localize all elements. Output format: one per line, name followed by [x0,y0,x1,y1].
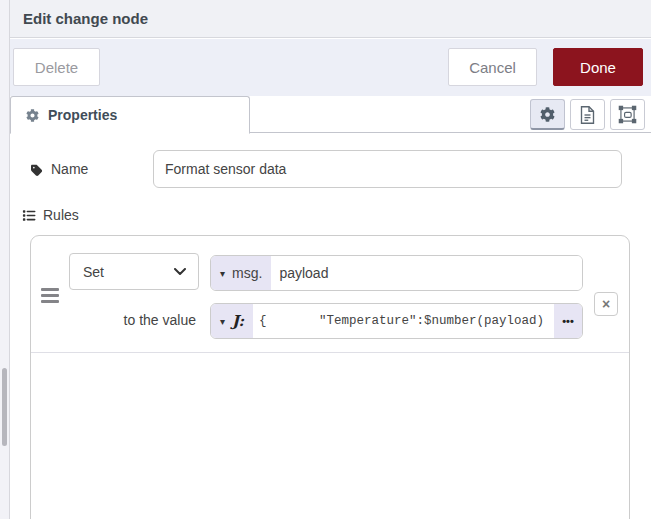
properties-form: Name Rules Set ▾ [10,134,651,519]
tab-properties-label: Properties [48,107,117,123]
editor-tabbar: Properties [10,96,651,133]
rule-divider [31,352,629,353]
appearance-icon-button[interactable] [610,99,645,130]
delete-button[interactable]: Delete [13,48,100,86]
edit-change-node-dialog: Edit change node Delete Cancel Done Prop… [0,0,651,519]
expression-input[interactable] [253,304,554,338]
rule-action-value: Set [83,264,104,280]
expand-editor-button[interactable]: ••• [554,304,582,338]
tab-properties[interactable]: Properties [10,96,250,134]
drag-handle-icon[interactable] [41,288,59,306]
caret-down-icon: ▾ [220,268,225,279]
done-button[interactable]: Done [553,48,643,86]
property-prefix-label: msg. [232,265,262,281]
value-type-button[interactable]: ▾ J: [211,304,253,338]
list-icon [22,209,36,222]
page-title: Edit change node [23,10,148,27]
rules-label: Rules [43,207,79,223]
tab-icon-buttons [530,99,645,130]
left-scrollbar-track [0,0,10,519]
property-input[interactable] [271,256,582,290]
jsonata-icon: J: [232,312,244,330]
value-typed-input: ▾ J: ••• [210,303,583,339]
property-typed-input: ▾ msg. [210,255,583,291]
tag-icon [30,164,44,177]
name-label: Name [51,161,88,177]
tray-toolbar: Delete Cancel Done [10,39,651,96]
dialog-header: Edit change node [10,0,651,38]
rules-list: Set ▾ msg. to the value [30,235,630,519]
gear-icon [540,107,555,122]
rule-action-select[interactable]: Set [69,253,199,290]
caret-down-icon: ▾ [220,316,225,327]
property-type-button[interactable]: ▾ msg. [211,256,271,290]
appearance-icon [618,105,637,124]
to-the-value-label: to the value [51,312,196,328]
document-icon [580,106,595,124]
gear-icon [25,109,39,122]
edit-tray: Edit change node Delete Cancel Done Prop… [10,0,651,519]
description-icon-button[interactable] [570,99,605,130]
properties-gear-button[interactable] [530,99,565,130]
cancel-button[interactable]: Cancel [448,48,537,86]
scrollbar-thumb[interactable] [2,368,7,446]
chevron-down-icon [174,268,186,276]
name-input[interactable] [153,150,622,188]
remove-rule-button[interactable]: × [594,292,618,316]
